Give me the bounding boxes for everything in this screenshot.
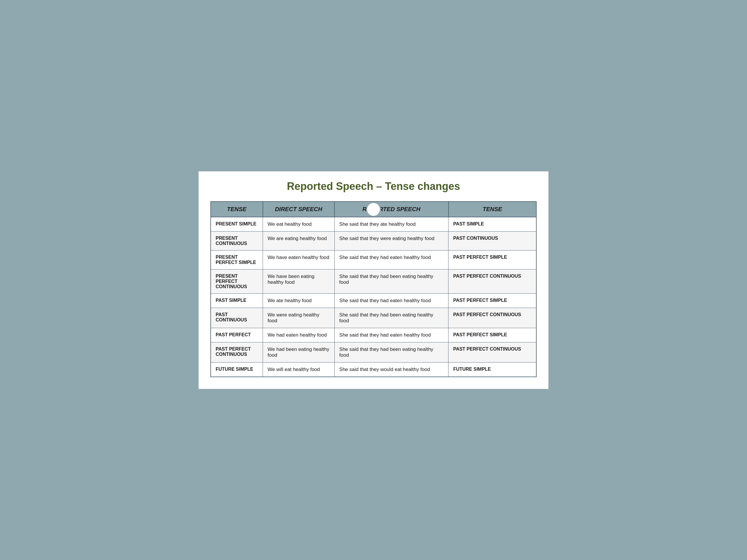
cell-direct-speech: We are eating healthy food <box>263 231 335 250</box>
col-header-result-tense: TENSE <box>448 202 536 217</box>
table-row: PAST CONTINUOUSWe were eating healthy fo… <box>211 308 536 328</box>
cell-result-tense: PAST PERFECT SIMPLE <box>448 250 536 269</box>
cell-result-tense: PAST PERFECT SIMPLE <box>448 328 536 342</box>
cell-reported-speech: She said that they ate healthy food <box>334 217 448 232</box>
table-row: FUTURE SIMPLEWe will eat healthy foodShe… <box>211 362 536 377</box>
cell-reported-speech: She said that they had been eating healt… <box>334 269 448 293</box>
cell-reported-speech: She said that they were eating healthy f… <box>334 231 448 250</box>
cell-tense: PRESENT PERFECT CONTINUOUS <box>211 269 263 293</box>
cell-direct-speech: We were eating healthy food <box>263 308 335 328</box>
col-header-reported: REPORTED SPEECH <box>334 202 448 217</box>
table-row: PAST SIMPLEWe ate healthy foodShe said t… <box>211 293 536 308</box>
table-row: PAST PERFECT CONTINUOUSWe had been eatin… <box>211 342 536 362</box>
cell-result-tense: PAST SIMPLE <box>448 217 536 232</box>
circle-decoration <box>366 202 381 217</box>
cell-result-tense: PAST PERFECT CONTINUOUS <box>448 269 536 293</box>
cell-result-tense: PAST PERFECT SIMPLE <box>448 293 536 308</box>
cell-tense: PRESENT SIMPLE <box>211 217 263 232</box>
cell-reported-speech: She said that they would eat healthy foo… <box>334 362 448 377</box>
cell-tense: PAST SIMPLE <box>211 293 263 308</box>
cell-direct-speech: We have been eating healthy food <box>263 269 335 293</box>
cell-tense: PAST PERFECT CONTINUOUS <box>211 342 263 362</box>
cell-reported-speech: She said that they had eaten healthy foo… <box>334 328 448 342</box>
cell-tense: PRESENT CONTINUOUS <box>211 231 263 250</box>
cell-direct-speech: We will eat healthy food <box>263 362 335 377</box>
cell-reported-speech: She said that they had been eating healt… <box>334 342 448 362</box>
table-row: PRESENT SIMPLEWe eat healthy foodShe sai… <box>211 217 536 232</box>
cell-direct-speech: We have eaten healthy food <box>263 250 335 269</box>
tense-table: TENSE DIRECT SPEECH REPORTED SPEECH TENS… <box>210 201 537 377</box>
cell-tense: FUTURE SIMPLE <box>211 362 263 377</box>
slide-container: Reported Speech – Tense changes TENSE DI… <box>199 171 548 389</box>
col-header-tense: TENSE <box>211 202 263 217</box>
cell-direct-speech: We had eaten healthy food <box>263 328 335 342</box>
cell-direct-speech: We eat healthy food <box>263 217 335 232</box>
col-header-direct: DIRECT SPEECH <box>263 202 335 217</box>
cell-result-tense: PAST PERFECT CONTINUOUS <box>448 308 536 328</box>
page-title: Reported Speech – Tense changes <box>210 180 537 192</box>
table-row: PRESENT CONTINUOUSWe are eating healthy … <box>211 231 536 250</box>
cell-direct-speech: We had been eating healthy food <box>263 342 335 362</box>
cell-reported-speech: She said that they had been eating healt… <box>334 308 448 328</box>
cell-result-tense: FUTURE SIMPLE <box>448 362 536 377</box>
cell-tense: PRESENT PERFECT SIMPLE <box>211 250 263 269</box>
cell-result-tense: PAST PERFECT CONTINUOUS <box>448 342 536 362</box>
cell-reported-speech: She said that they had eaten healthy foo… <box>334 293 448 308</box>
cell-tense: PAST PERFECT <box>211 328 263 342</box>
cell-direct-speech: We ate healthy food <box>263 293 335 308</box>
cell-result-tense: PAST CONTINUOUS <box>448 231 536 250</box>
cell-tense: PAST CONTINUOUS <box>211 308 263 328</box>
table-row: PRESENT PERFECT CONTINUOUSWe have been e… <box>211 269 536 293</box>
table-row: PAST PERFECTWe had eaten healthy foodShe… <box>211 328 536 342</box>
cell-reported-speech: She said that they had eaten healthy foo… <box>334 250 448 269</box>
table-row: PRESENT PERFECT SIMPLEWe have eaten heal… <box>211 250 536 269</box>
